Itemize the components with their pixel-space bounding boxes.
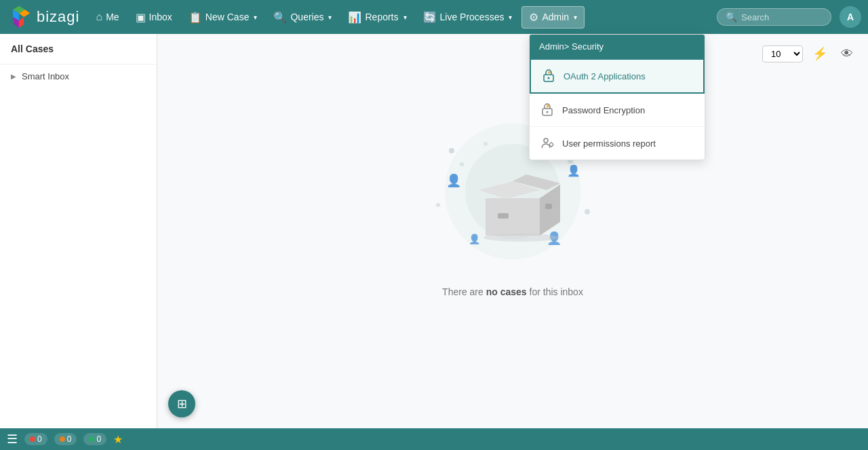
svg-point-31 [547,111,549,113]
home-icon: ⌂ [96,11,102,23]
search-box[interactable]: 🔍 [717,8,831,26]
fab-button[interactable]: ⊞ [168,390,195,417]
rows-selector: 10 25 50 100 [762,45,803,62]
live-processes-chevron: ▾ [509,14,512,21]
admin-icon: ⚙ [529,11,538,24]
search-icon: 🔍 [726,12,737,22]
admin-dropdown: Admin> Security OAuth 2 Applications Pas… [529,34,705,160]
search-input[interactable] [741,12,823,22]
avatar[interactable]: A [840,6,861,28]
sidebar-item-smart-inbox[interactable]: ▶ Smart Inbox [0,64,157,88]
new-case-icon: 📋 [189,11,202,24]
oauth2-icon [540,68,557,84]
svg-point-14 [484,142,488,146]
dropdown-item-oauth2[interactable]: OAuth 2 Applications [530,58,705,94]
user-permissions-icon [539,135,555,151]
svg-point-35 [550,143,553,147]
svg-rect-29 [548,71,551,73]
filter-button[interactable]: ⚡ [808,45,831,62]
svg-marker-4 [19,17,24,28]
svg-point-34 [544,138,548,143]
navbar: bizagi ⌂ Me ▣ Inbox 📋 New Case ▾ 🔍 Queri… [0,0,868,34]
svg-point-26 [484,233,558,242]
nav-reports[interactable]: 📊 Reports ▾ [341,7,413,28]
red-dot [30,436,35,442]
badge-red[interactable]: 0 [24,433,47,445]
bottom-bar: ☰ 0 0 0 ★ [0,428,868,450]
empty-state: 👤 👤 👤 👤 There [168,73,857,334]
nav-inbox[interactable]: ▣ Inbox [129,7,179,28]
rows-per-page-select[interactable]: 10 25 50 100 [762,45,803,62]
svg-rect-25 [545,204,552,209]
chevron-right-icon: ▶ [11,73,16,80]
favorites-icon[interactable]: ★ [113,433,123,446]
reports-chevron: ▾ [403,14,407,21]
green-dot [89,436,94,442]
dropdown-item-password[interactable]: Password Encryption [530,94,705,127]
main-layout: All Cases ▶ Smart Inbox 10 25 50 100 ⚡ 👁 [0,34,868,428]
app-name: bizagi [37,8,79,26]
sidebar: All Cases ▶ Smart Inbox [0,34,157,428]
dropdown-header: Admin> Security [530,35,705,58]
fab-icon: ⊞ [177,396,187,411]
badge-orange[interactable]: 0 [54,433,77,445]
new-case-chevron: ▾ [254,14,257,21]
admin-chevron: ▾ [574,14,577,21]
nav-live-processes[interactable]: 🔄 Live Processes ▾ [416,7,519,28]
svg-point-28 [548,77,550,79]
view-toggle-button[interactable]: 👁 [837,45,857,62]
svg-text:👤: 👤 [567,164,580,177]
queries-chevron: ▾ [328,14,332,21]
svg-text:👤: 👤 [469,233,481,245]
inbox-icon: ▣ [136,11,146,24]
nav-admin[interactable]: ⚙ Admin ▾ [521,6,585,29]
reports-icon: 📊 [348,11,361,24]
svg-point-12 [436,203,440,207]
svg-rect-24 [498,213,509,219]
empty-state-text: There are no cases for this inbox [442,286,583,297]
sidebar-header: All Cases [0,34,157,64]
queries-icon: 🔍 [273,11,287,24]
nav-me[interactable]: ⌂ Me [89,7,125,27]
content-area: 10 25 50 100 ⚡ 👁 [157,34,868,428]
dropdown-item-user-permissions[interactable]: User permissions report [530,127,705,160]
orange-dot [60,436,65,442]
nav-new-case[interactable]: 📋 New Case ▾ [182,7,264,28]
live-processes-icon: 🔄 [423,11,437,24]
svg-text:👤: 👤 [446,173,462,188]
badge-green[interactable]: 0 [83,433,106,445]
logo[interactable]: bizagi [7,5,79,29]
svg-point-9 [460,162,464,166]
svg-point-13 [585,209,590,214]
svg-point-8 [449,148,454,153]
menu-icon[interactable]: ☰ [7,432,18,447]
svg-marker-20 [486,198,540,236]
password-icon [539,102,555,118]
nav-queries[interactable]: 🔍 Queries ▾ [267,7,338,28]
content-toolbar: 10 25 50 100 ⚡ 👁 [168,45,857,62]
